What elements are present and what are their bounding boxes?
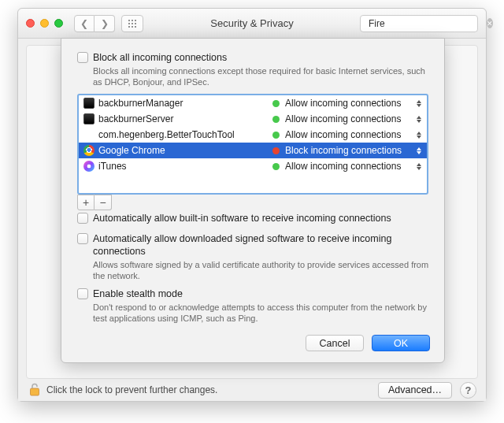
- app-state-popup[interactable]: Block incoming connections: [272, 145, 422, 156]
- block-all-row: Block all incoming connections: [77, 51, 433, 64]
- footer-bar: Click the lock to prevent further change…: [18, 379, 486, 401]
- app-state-label: Allow incoming connections: [285, 129, 401, 140]
- firewall-options-sheet: Block all incoming connections Blocks al…: [61, 38, 445, 363]
- stealth-help: Don't respond to or acknowledge attempts…: [93, 302, 433, 324]
- app-name: backburnerManager: [98, 98, 272, 109]
- block-all-label: Block all incoming connections: [93, 51, 227, 64]
- auto-builtin-label: Automatically allow built-in software to…: [93, 212, 391, 224]
- ok-button[interactable]: OK: [372, 335, 430, 351]
- app-icon: [83, 113, 94, 124]
- status-dot-icon: [272, 100, 280, 107]
- auto-signed-help: Allows software signed by a valid certif…: [93, 259, 433, 281]
- block-all-checkbox[interactable]: [77, 52, 88, 63]
- stealth-row: Enable stealth mode: [77, 288, 433, 300]
- cancel-button[interactable]: Cancel: [306, 335, 364, 351]
- block-all-help: Blocks all incoming connections except t…: [93, 65, 433, 87]
- clear-search-button[interactable]: ✕: [487, 18, 493, 28]
- app-name: iTunes: [98, 161, 272, 172]
- app-state-popup[interactable]: Allow incoming connections: [272, 161, 422, 172]
- app-state-popup[interactable]: Allow incoming connections: [272, 129, 422, 140]
- status-dot-icon: [272, 132, 280, 139]
- stealth-label: Enable stealth mode: [93, 288, 183, 300]
- app-row[interactable]: backburnerServerAllow incoming connectio…: [79, 111, 427, 127]
- popup-stepper-icon: [415, 163, 422, 170]
- auto-signed-checkbox[interactable]: [77, 233, 88, 244]
- app-row[interactable]: Google ChromeBlock incoming connections: [79, 143, 427, 158]
- search-input[interactable]: [369, 18, 487, 29]
- auto-signed-label: Automatically allow downloaded signed so…: [93, 232, 433, 258]
- add-app-button[interactable]: +: [77, 195, 94, 210]
- app-icon: [83, 145, 94, 156]
- app-state-popup[interactable]: Allow incoming connections: [272, 113, 422, 124]
- app-state-label: Allow incoming connections: [285, 161, 401, 172]
- search-field[interactable]: ✕: [360, 15, 478, 32]
- popup-stepper-icon: [415, 116, 422, 123]
- prefs-window: ❮ ❯ Security & Privacy ✕ Block all incom…: [17, 8, 487, 402]
- titlebar: ❮ ❯ Security & Privacy ✕: [18, 9, 486, 39]
- svg-rect-2: [31, 388, 39, 395]
- add-remove-group: + −: [77, 195, 433, 210]
- remove-app-button[interactable]: −: [94, 195, 112, 210]
- status-dot-icon: [272, 116, 280, 123]
- app-icon: [83, 161, 94, 172]
- app-row[interactable]: backburnerManagerAllow incoming connecti…: [79, 95, 427, 111]
- app-row[interactable]: com.hegenberg.BetterTouchToolAllow incom…: [79, 127, 427, 143]
- app-row[interactable]: iTunesAllow incoming connections: [79, 158, 427, 174]
- nav-group: ❮ ❯: [74, 15, 115, 32]
- stealth-checkbox[interactable]: [77, 288, 88, 299]
- popup-stepper-icon: [415, 132, 422, 139]
- status-dot-icon: [272, 147, 280, 154]
- prefs-body: Block all incoming connections Blocks al…: [18, 39, 486, 401]
- popup-stepper-icon: [415, 147, 422, 154]
- grid-icon: [128, 20, 136, 28]
- app-state-label: Allow incoming connections: [285, 113, 401, 124]
- app-state-popup[interactable]: Allow incoming connections: [272, 98, 422, 109]
- help-button[interactable]: ?: [460, 382, 476, 399]
- close-window-button[interactable]: [26, 19, 35, 28]
- status-dot-icon: [272, 163, 280, 170]
- app-list[interactable]: backburnerManagerAllow incoming connecti…: [77, 94, 428, 195]
- app-state-label: Block incoming connections: [285, 145, 402, 156]
- auto-builtin-checkbox[interactable]: [77, 213, 88, 224]
- app-name: com.hegenberg.BetterTouchTool: [98, 129, 272, 140]
- minimize-window-button[interactable]: [40, 19, 49, 28]
- advanced-button[interactable]: Advanced…: [378, 382, 452, 399]
- lock-text: Click the lock to prevent further change…: [46, 384, 378, 395]
- auto-signed-row: Automatically allow downloaded signed so…: [77, 232, 433, 258]
- lock-icon[interactable]: [29, 383, 40, 397]
- sheet-buttons: Cancel OK: [72, 335, 433, 351]
- app-name: backburnerServer: [98, 113, 272, 124]
- auto-builtin-row: Automatically allow built-in software to…: [77, 212, 433, 224]
- show-all-button[interactable]: [121, 15, 143, 32]
- zoom-window-button[interactable]: [54, 19, 63, 28]
- app-name: Google Chrome: [98, 145, 272, 156]
- traffic-lights: [26, 19, 63, 28]
- app-icon: [83, 98, 94, 109]
- app-state-label: Allow incoming connections: [285, 98, 401, 109]
- back-button[interactable]: ❮: [74, 15, 94, 32]
- forward-button[interactable]: ❯: [94, 15, 115, 32]
- popup-stepper-icon: [415, 100, 422, 107]
